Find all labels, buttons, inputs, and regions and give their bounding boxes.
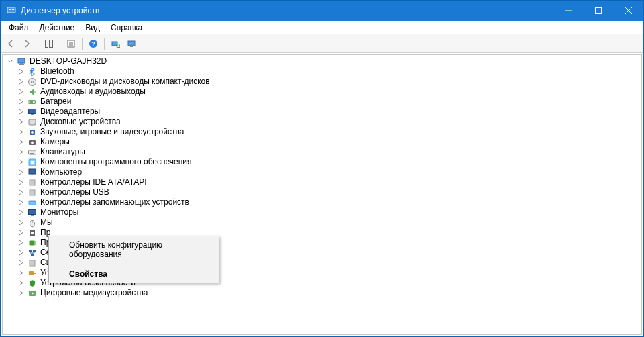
toolbar-separator xyxy=(38,38,38,50)
chevron-right-icon[interactable] xyxy=(16,258,25,268)
tree-root-label: DESKTOP-GAJH32D xyxy=(30,56,107,66)
context-menu: Обновить конфигурацию оборудования Свойс… xyxy=(48,236,219,283)
chevron-right-icon[interactable] xyxy=(16,208,25,218)
tree-item[interactable]: Контроллеры IDE ATA/ATAPI xyxy=(4,177,640,187)
tree-item[interactable]: Компоненты программного обеспечения xyxy=(4,157,640,167)
audio-icon xyxy=(27,87,38,97)
properties-button[interactable] xyxy=(64,36,78,51)
chevron-right-icon[interactable] xyxy=(16,158,25,167)
chevron-right-icon[interactable] xyxy=(16,67,25,77)
chevron-right-icon[interactable] xyxy=(16,117,25,127)
chevron-right-icon[interactable] xyxy=(16,188,25,197)
tree-item[interactable]: Камеры xyxy=(4,137,640,147)
chevron-right-icon[interactable] xyxy=(16,148,25,157)
hid-icon xyxy=(27,268,38,278)
tree-root[interactable]: DESKTOP-GAJH32D xyxy=(4,56,640,66)
devices-printers-button[interactable] xyxy=(124,36,139,51)
context-properties[interactable]: Свойства xyxy=(50,267,217,281)
tree-item[interactable]: Клавиатуры xyxy=(4,147,640,157)
chevron-down-icon[interactable] xyxy=(5,57,15,66)
chevron-right-icon[interactable] xyxy=(16,97,25,107)
tree-item[interactable]: Видеоадаптеры xyxy=(4,107,640,117)
chevron-right-icon[interactable] xyxy=(16,198,25,207)
tree-item[interactable]: Мониторы xyxy=(4,207,640,218)
close-button[interactable] xyxy=(613,1,643,21)
svg-point-24 xyxy=(32,81,34,83)
svg-rect-41 xyxy=(30,153,34,154)
display-icon xyxy=(27,107,38,117)
show-hide-tree-button[interactable] xyxy=(42,36,56,51)
svg-rect-19 xyxy=(130,46,133,47)
chevron-right-icon[interactable] xyxy=(16,279,25,288)
tree-item[interactable]: Звуковые, игровые и видеоустройства xyxy=(4,127,640,137)
help-button[interactable]: ? xyxy=(86,36,101,51)
tree-item-label: Компоненты программного обеспечения xyxy=(40,157,192,167)
toolbar: ? xyxy=(1,34,643,53)
menu-action[interactable]: Действие xyxy=(34,21,80,34)
context-properties-label: Свойства xyxy=(69,269,107,279)
tree-item-label: Дисковые устройства xyxy=(40,117,121,127)
chevron-right-icon[interactable] xyxy=(16,228,25,238)
menu-file[interactable]: Файл xyxy=(3,21,34,34)
chevron-right-icon[interactable] xyxy=(16,248,25,258)
tree-item-label: Мы xyxy=(40,218,53,228)
chevron-right-icon[interactable] xyxy=(16,107,25,117)
tree-item-label: Bluetooth xyxy=(40,66,74,77)
chevron-right-icon[interactable] xyxy=(16,238,25,248)
chevron-right-icon[interactable] xyxy=(16,178,25,187)
monitor-icon xyxy=(27,207,38,218)
chevron-right-icon[interactable] xyxy=(16,87,25,97)
tree-item[interactable]: DVD-дисководы и дисководы компакт-дисков xyxy=(4,77,640,87)
svg-rect-28 xyxy=(29,109,36,113)
chevron-right-icon[interactable] xyxy=(16,138,25,147)
menu-help[interactable]: Справка xyxy=(105,21,148,34)
chevron-right-icon[interactable] xyxy=(16,77,25,87)
nav-forward-button[interactable] xyxy=(19,36,34,51)
tree-item[interactable]: Аудиовходы и аудиовыходы xyxy=(4,87,640,97)
chevron-right-icon[interactable] xyxy=(16,289,25,298)
tree-item-label: Контроллеры IDE ATA/ATAPI xyxy=(40,177,147,187)
nav-back-button[interactable] xyxy=(3,36,18,51)
tree-item[interactable]: Контроллеры USB xyxy=(4,187,640,197)
svg-rect-7 xyxy=(46,40,48,47)
svg-rect-69 xyxy=(33,250,36,252)
tree-item[interactable]: Bluetooth xyxy=(4,66,640,77)
tree-item-label: DVD-дисководы и дисководы компакт-дисков xyxy=(40,77,210,87)
svg-rect-8 xyxy=(50,40,53,47)
storage-icon xyxy=(27,197,38,207)
svg-point-40 xyxy=(34,151,35,152)
chevron-right-icon[interactable] xyxy=(16,218,25,228)
device-tree[interactable]: DESKTOP-GAJH32D BluetoothDVD-дисководы и… xyxy=(2,54,642,335)
tree-item[interactable]: Батареи xyxy=(4,97,640,107)
tree-item[interactable]: Дисковые устройства xyxy=(4,117,640,127)
tree-item[interactable]: Контроллеры запоминающих устройств xyxy=(4,197,640,207)
context-scan-hardware[interactable]: Обновить конфигурацию оборудования xyxy=(50,238,217,262)
window-title: Диспетчер устройств xyxy=(21,6,553,15)
svg-rect-68 xyxy=(29,250,32,252)
maximize-button[interactable] xyxy=(583,1,613,21)
svg-rect-55 xyxy=(29,209,36,214)
tree-item[interactable]: Компьютер xyxy=(4,167,640,177)
context-separator xyxy=(68,264,216,264)
tree-item[interactable]: Мы xyxy=(4,218,640,228)
computer-icon xyxy=(27,167,38,177)
svg-rect-30 xyxy=(29,119,36,125)
tree-item-label: Контроллеры запоминающих устройств xyxy=(40,197,189,207)
processor-icon xyxy=(27,238,38,248)
dvd-icon xyxy=(27,77,38,87)
svg-rect-70 xyxy=(31,254,34,256)
window-controls xyxy=(553,1,643,21)
tree-item-label: Батареи xyxy=(40,97,71,107)
app-icon xyxy=(6,5,17,16)
tree-item-label: Мониторы xyxy=(40,207,78,218)
chevron-right-icon[interactable] xyxy=(16,128,25,137)
tree-item[interactable]: Цифровые медиаустройства xyxy=(4,288,640,298)
chevron-right-icon[interactable] xyxy=(16,168,25,177)
menu-view[interactable]: Вид xyxy=(80,21,105,34)
chevron-right-icon[interactable] xyxy=(16,269,25,278)
svg-point-39 xyxy=(33,151,34,152)
tree-item-label: Видеоадаптеры xyxy=(40,107,100,117)
scan-hardware-button[interactable] xyxy=(108,36,123,51)
computer-icon xyxy=(16,56,27,66)
minimize-button[interactable] xyxy=(553,1,583,21)
